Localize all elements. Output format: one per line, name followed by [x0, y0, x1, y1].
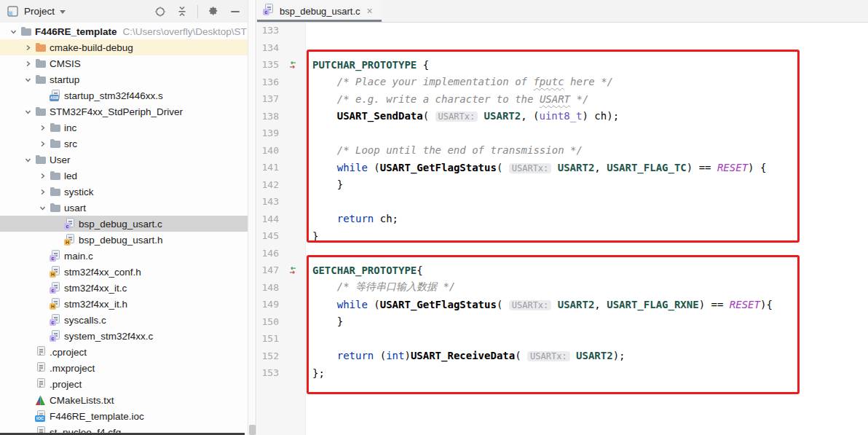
chevron-down-icon[interactable] — [20, 77, 35, 83]
code-line-150[interactable]: 150 } — [257, 313, 868, 331]
code-text: USART_SendData( USARTx: USART2, (uint8_t… — [307, 110, 619, 122]
code-editor-surface[interactable]: 133134135PUTCHAR_PROTOTYPE {136 /* Place… — [257, 23, 868, 435]
collapse-all-icon[interactable] — [175, 5, 189, 18]
chevron-right-icon[interactable] — [35, 141, 50, 147]
code-text: } — [307, 179, 343, 190]
code-line-133[interactable]: 133 — [257, 22, 868, 39]
line-number: 146 — [257, 248, 279, 259]
chevron-down-icon[interactable] — [20, 157, 35, 163]
code-lines: 133134135PUTCHAR_PROTOTYPE {136 /* Place… — [257, 22, 868, 382]
tree-row-f446re-template-ioc[interactable]: IOCF446RE_template.ioc — [0, 408, 248, 424]
tree-item-label: .mxproject — [50, 363, 95, 374]
line-number: 144 — [257, 213, 279, 224]
tree-row-syscalls-c[interactable]: csyscalls.c — [0, 312, 248, 328]
tree-item-label: led — [64, 171, 77, 181]
folder-excluded-icon — [35, 42, 50, 52]
tree-item-label: bsp_debug_usart.h — [79, 235, 163, 246]
close-icon[interactable]: × — [367, 6, 373, 16]
line-number: 137 — [257, 93, 279, 104]
code-line-138[interactable]: 138 USART_SendData( USARTx: USART2, (uin… — [257, 108, 868, 125]
code-line-136[interactable]: 136 /* Place your implementation of fput… — [257, 74, 868, 91]
tree-row-src[interactable]: src — [0, 136, 248, 152]
tree-row-stm32f4xx-it-h[interactable]: Hstm32f4xx_it.h — [0, 296, 248, 312]
tab-label: bsp_debug_usart.c — [280, 6, 360, 17]
project-panel-title: Project — [24, 6, 55, 17]
code-line-139[interactable]: 139 — [257, 125, 868, 142]
folder-icon — [50, 171, 64, 181]
chevron-down-icon — [60, 10, 66, 14]
hide-panel-icon[interactable] — [229, 5, 242, 18]
code-line-149[interactable]: 149 while (USART_GetFlagStatus( USARTx: … — [257, 296, 868, 313]
tree-row-startup-stm32f446xx-s[interactable]: ASMstartup_stm32f446xx.s — [0, 87, 248, 103]
code-line-137[interactable]: 137 /* e.g. write a character to the USA… — [257, 90, 868, 108]
tree-row-mxproject[interactable]: .mxproject — [0, 360, 248, 376]
tree-vertical-scrollbar-thumb[interactable] — [249, 425, 256, 435]
tree-item-label: startup — [50, 74, 79, 85]
chevron-right-icon[interactable] — [35, 173, 50, 179]
line-number: 148 — [257, 282, 279, 293]
code-text: /* 等待串口输入数据 */ — [307, 281, 455, 294]
tree-row-led[interactable]: led — [0, 168, 248, 184]
tree-row-stm32f4xx-stdperiph-driver[interactable]: STM32F4xx_StdPeriph_Driver — [0, 103, 248, 119]
panel-divider[interactable] — [248, 0, 256, 435]
tree-row-stm32f4xx-conf-h[interactable]: Hstm32f4xx_conf.h — [0, 264, 248, 280]
locate-icon[interactable] — [154, 5, 167, 18]
tree-row-cproject[interactable]: .cproject — [0, 344, 248, 360]
tree-row-bsp-debug-usart-c[interactable]: cbsp_debug_usart.c — [0, 216, 248, 232]
tree-item-label: main.c — [64, 251, 93, 262]
code-text: while (USART_GetFlagStatus( USARTx: USAR… — [307, 162, 766, 173]
tree-row-inc[interactable]: inc — [0, 119, 248, 136]
tree-row-systick[interactable]: systick — [0, 184, 248, 200]
line-number: 153 — [257, 367, 279, 378]
chevron-right-icon[interactable] — [20, 60, 35, 67]
chevron-down-icon[interactable] — [6, 28, 20, 35]
gutter-change-marker-icon[interactable] — [279, 60, 307, 69]
chevron-right-icon[interactable] — [35, 125, 50, 131]
tree-row-main-c[interactable]: cmain.c — [0, 248, 248, 264]
c-file-icon: c — [263, 4, 275, 18]
tree-row-f446re-template[interactable]: F446RE_templateC:\Users\overfly\Desktop\… — [0, 23, 248, 39]
settings-gear-icon[interactable] — [207, 5, 220, 18]
code-line-134[interactable]: 134 — [257, 39, 868, 57]
code-line-145[interactable]: 145} — [257, 227, 868, 245]
tree-row-bsp-debug-usart-h[interactable]: Hbsp_debug_usart.h — [0, 232, 248, 248]
chevron-right-icon[interactable] — [35, 189, 50, 195]
chevron-down-icon[interactable] — [35, 205, 50, 211]
tree-row-cmsis[interactable]: CMSIS — [0, 55, 248, 71]
tab-bsp-debug-usart-c[interactable]: c bsp_debug_usart.c × — [257, 0, 382, 22]
tree-row-startup[interactable]: startup — [0, 71, 248, 87]
code-line-151[interactable]: 151 — [257, 330, 868, 348]
tree-row-user[interactable]: User — [0, 152, 248, 168]
code-line-140[interactable]: 140 /* Loop until the end of transmissio… — [257, 142, 868, 160]
code-line-147[interactable]: 147GETCHAR_PROTOTYPE{ — [257, 262, 868, 279]
code-line-148[interactable]: 148 /* 等待串口输入数据 */ — [257, 279, 868, 297]
tree-row-cmakelists-txt[interactable]: CMakeLists.txt — [0, 392, 248, 408]
folder-icon — [35, 74, 50, 85]
code-text: return ch; — [307, 213, 398, 224]
project-tree: F446RE_templateC:\Users\overfly\Desktop\… — [0, 23, 248, 435]
tree-row-usart[interactable]: usart — [0, 200, 248, 216]
tree-item-label: CMakeLists.txt — [50, 395, 114, 406]
chevron-down-icon[interactable] — [20, 109, 35, 115]
c-file-icon: c — [50, 314, 64, 326]
tree-row-stm32f4xx-it-c[interactable]: cstm32f4xx_it.c — [0, 280, 248, 296]
code-line-143[interactable]: 143 — [257, 193, 868, 211]
project-view-selector[interactable]: Project — [6, 5, 66, 18]
project-tool-icon — [6, 5, 19, 18]
gutter-change-marker-icon[interactable] — [279, 266, 307, 275]
code-line-144[interactable]: 144 return ch; — [257, 211, 868, 228]
code-line-142[interactable]: 142 } — [257, 176, 868, 194]
tree-item-label: systick — [64, 187, 94, 197]
chevron-right-icon[interactable] — [20, 44, 35, 51]
code-line-152[interactable]: 152 return (int)USART_ReceiveData( USART… — [257, 348, 868, 365]
tree-row-system-stm32f4xx-c[interactable]: csystem_stm32f4xx.c — [0, 328, 248, 344]
tree-row-cmake-build-debug[interactable]: cmake-build-debug — [0, 39, 248, 55]
folder-icon — [50, 122, 64, 133]
code-line-146[interactable]: 146 — [257, 245, 868, 262]
tree-row-project[interactable]: .project — [0, 376, 248, 392]
code-line-135[interactable]: 135PUTCHAR_PROTOTYPE { — [257, 56, 868, 74]
code-line-153[interactable]: 153}; — [257, 364, 868, 382]
code-text: /* e.g. write a character to the USART *… — [307, 93, 588, 105]
code-line-141[interactable]: 141 while (USART_GetFlagStatus( USARTx: … — [257, 159, 868, 176]
h-file-icon: H — [64, 234, 79, 246]
